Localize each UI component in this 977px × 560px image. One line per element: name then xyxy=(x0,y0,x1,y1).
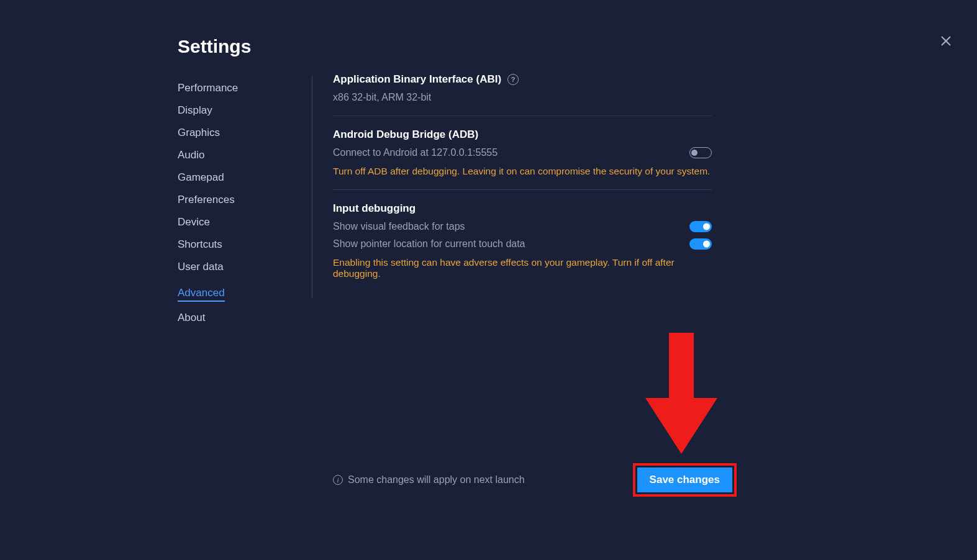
sidebar-item-shortcuts[interactable]: Shortcuts xyxy=(178,233,296,256)
adb-connect-label: Connect to Android at 127.0.0.1:5555 xyxy=(333,147,498,158)
sidebar-item-performance[interactable]: Performance xyxy=(178,77,296,99)
footer-note: i Some changes will apply on next launch xyxy=(333,474,525,485)
sidebar-item-graphics[interactable]: Graphics xyxy=(178,122,296,144)
save-changes-button[interactable]: Save changes xyxy=(637,467,732,492)
adb-warning: Turn off ADB after debugging. Leaving it… xyxy=(333,166,712,177)
abi-section-title: Application Binary Interface (ABI) ? xyxy=(333,73,712,86)
input-debugging-title: Input debugging xyxy=(333,202,712,215)
sidebar-item-gamepad[interactable]: Gamepad xyxy=(178,166,296,189)
section-divider xyxy=(333,115,712,116)
sidebar-item-audio[interactable]: Audio xyxy=(178,144,296,166)
pointer-location-row: Show pointer location for current touch … xyxy=(333,238,712,250)
footer-note-text: Some changes will apply on next launch xyxy=(348,474,525,485)
taps-feedback-toggle[interactable] xyxy=(689,221,712,232)
sidebar: Performance Display Graphics Audio Gamep… xyxy=(178,77,296,329)
abi-title-text: Application Binary Interface (ABI) xyxy=(333,73,501,86)
toggle-knob xyxy=(703,241,710,248)
adb-toggle[interactable] xyxy=(689,147,712,158)
close-icon xyxy=(938,34,953,48)
sidebar-item-preferences[interactable]: Preferences xyxy=(178,189,296,211)
toggle-knob xyxy=(703,224,710,230)
sidebar-item-display[interactable]: Display xyxy=(178,99,296,122)
taps-feedback-label: Show visual feedback for taps xyxy=(333,221,465,232)
pointer-location-label: Show pointer location for current touch … xyxy=(333,238,525,250)
input-debugging-title-text: Input debugging xyxy=(333,202,416,215)
sidebar-item-device[interactable]: Device xyxy=(178,211,296,233)
svg-marker-2 xyxy=(645,333,717,454)
input-debugging-warning: Enabling this setting can have adverse e… xyxy=(333,257,712,279)
sidebar-item-about[interactable]: About xyxy=(178,307,296,329)
save-button-highlight: Save changes xyxy=(633,463,737,497)
abi-value: x86 32-bit, ARM 32-bit xyxy=(333,92,712,103)
settings-content: Application Binary Interface (ABI) ? x86… xyxy=(333,73,712,279)
adb-title-text: Android Debug Bridge (ADB) xyxy=(333,129,478,141)
help-icon[interactable]: ? xyxy=(507,74,519,85)
page-title: Settings xyxy=(178,36,251,57)
sidebar-item-user-data[interactable]: User data xyxy=(178,256,296,278)
section-divider xyxy=(333,189,712,190)
adb-connect-row: Connect to Android at 127.0.0.1:5555 xyxy=(333,147,712,158)
sidebar-divider xyxy=(312,76,312,298)
close-button[interactable] xyxy=(938,34,953,48)
adb-section-title: Android Debug Bridge (ADB) xyxy=(333,129,712,141)
info-icon: i xyxy=(333,475,343,485)
taps-feedback-row: Show visual feedback for taps xyxy=(333,221,712,232)
sidebar-item-advanced[interactable]: Advanced xyxy=(178,282,225,302)
footer: i Some changes will apply on next launch… xyxy=(333,463,737,497)
toggle-knob xyxy=(691,150,698,156)
arrow-annotation-icon xyxy=(645,333,717,454)
pointer-location-toggle[interactable] xyxy=(689,238,712,250)
